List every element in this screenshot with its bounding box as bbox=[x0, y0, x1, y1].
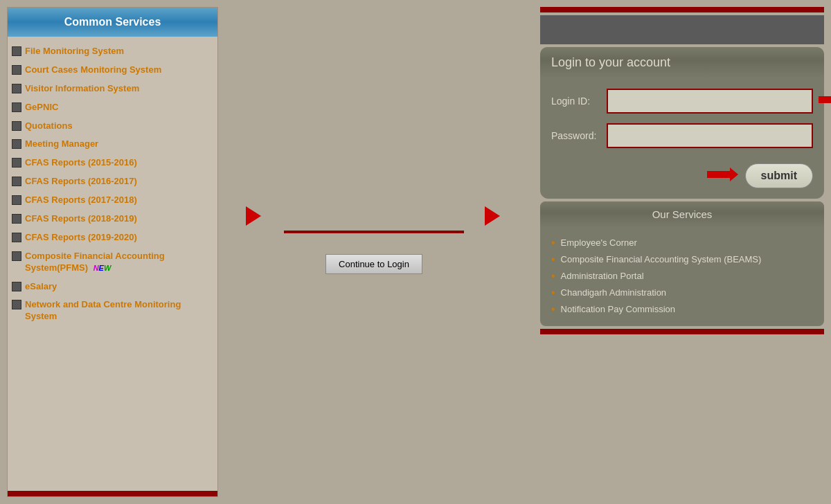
file-monitoring-icon bbox=[12, 46, 21, 56]
network-data-icon bbox=[12, 300, 21, 309]
gepnic-icon bbox=[12, 102, 21, 112]
sidebar-item-network-data[interactable]: Network and Data Centre Monitoring Syste… bbox=[8, 296, 217, 326]
composite-financial-icon bbox=[12, 251, 21, 261]
right-bottom-bar bbox=[540, 329, 824, 334]
service-item-chandigarh-admin[interactable]: • Chandigarh Administration bbox=[551, 285, 813, 301]
bullet-icon: • bbox=[551, 287, 555, 298]
services-title-bar: Our Services bbox=[540, 201, 824, 228]
services-title: Our Services bbox=[652, 208, 713, 220]
sidebar-item-esalary[interactable]: eSalary bbox=[8, 278, 217, 296]
center-divider bbox=[284, 231, 464, 233]
sidebar-item-cfas-2016[interactable]: CFAS Reports (2016-2017) bbox=[8, 172, 217, 191]
service-item-notification-pay[interactable]: • Notification Pay Commission bbox=[551, 301, 813, 318]
sidebar-item-file-monitoring[interactable]: File Monitoring System bbox=[8, 42, 217, 61]
quotations-icon bbox=[12, 121, 21, 131]
login-title: Login to your account bbox=[551, 55, 670, 69]
services-list: • Employee's Corner • Composite Financia… bbox=[540, 235, 824, 318]
service-item-admin-portal[interactable]: • Administration Portal bbox=[551, 268, 813, 285]
bullet-icon: • bbox=[551, 237, 555, 249]
service-item-employees-corner[interactable]: • Employee's Corner bbox=[551, 235, 813, 251]
esalary-icon bbox=[12, 282, 21, 291]
services-section: Our Services • Employee's Corner • Compo… bbox=[540, 201, 824, 326]
cfas-2019-icon bbox=[12, 233, 21, 242]
center-area: Continue to Login bbox=[229, 7, 519, 497]
sidebar-item-cfas-2015[interactable]: CFAS Reports (2015-2016) bbox=[8, 154, 217, 172]
meeting-manager-icon bbox=[12, 139, 21, 149]
sidebar-item-cfas-2019[interactable]: CFAS Reports (2019-2020) bbox=[8, 228, 217, 247]
password-label: Password: bbox=[551, 130, 607, 141]
arrow-icon-1 bbox=[246, 206, 261, 226]
sidebar-item-court-cases[interactable]: Court Cases Monitoring System bbox=[8, 61, 217, 80]
bullet-icon: • bbox=[551, 271, 555, 282]
sidebar-item-quotations[interactable]: Quotations bbox=[8, 117, 217, 136]
cfas-2016-icon bbox=[12, 177, 21, 186]
password-input[interactable] bbox=[607, 123, 813, 148]
arrow-icon-2 bbox=[485, 206, 500, 226]
sidebar-item-composite-financial[interactable]: Composite Financial Accounting System(PF… bbox=[8, 247, 217, 278]
submit-button[interactable]: submit bbox=[745, 163, 813, 188]
sidebar-item-gepnic[interactable]: GePNIC bbox=[8, 98, 217, 117]
arrow-submit bbox=[707, 168, 738, 184]
right-top-bar bbox=[540, 7, 824, 12]
arrow-login-id bbox=[819, 93, 831, 109]
arrow-right-1 bbox=[246, 206, 261, 228]
svg-marker-0 bbox=[819, 93, 831, 107]
password-row: Password: bbox=[551, 123, 813, 148]
bullet-icon: • bbox=[551, 254, 555, 265]
arrow-right-2 bbox=[485, 206, 500, 228]
cfas-2018-icon bbox=[12, 214, 21, 224]
sidebar-bottom-bar bbox=[8, 491, 217, 496]
right-header-dark bbox=[540, 15, 824, 44]
court-cases-icon bbox=[12, 65, 21, 75]
login-form: Login ID: Password: bbox=[540, 89, 824, 148]
login-id-row: Login ID: bbox=[551, 89, 813, 114]
sidebar: Common Services File Monitoring System C… bbox=[7, 7, 218, 497]
bullet-icon: • bbox=[551, 304, 555, 315]
service-item-beams[interactable]: • Composite Financial Accounting System … bbox=[551, 251, 813, 268]
cfas-2017-icon bbox=[12, 195, 21, 205]
visitor-info-icon bbox=[12, 84, 21, 93]
sidebar-header: Common Services bbox=[8, 8, 217, 37]
sidebar-item-cfas-2018[interactable]: CFAS Reports (2018-2019) bbox=[8, 210, 217, 228]
right-panel: Login to your account Login ID: Password… bbox=[540, 7, 824, 497]
continue-to-login-button[interactable]: Continue to Login bbox=[325, 254, 422, 274]
login-section: Login to your account Login ID: Password… bbox=[540, 47, 824, 199]
new-badge: NEW bbox=[93, 263, 111, 273]
login-title-bar: Login to your account bbox=[540, 47, 824, 78]
cfas-2015-icon bbox=[12, 158, 21, 168]
form-actions: submit bbox=[540, 158, 824, 188]
login-id-label: Login ID: bbox=[551, 96, 607, 107]
sidebar-items: File Monitoring System Court Cases Monit… bbox=[8, 37, 217, 332]
sidebar-item-meeting-manager[interactable]: Meeting Manager bbox=[8, 135, 217, 154]
sidebar-item-cfas-2017[interactable]: CFAS Reports (2017-2018) bbox=[8, 191, 217, 210]
login-id-input[interactable] bbox=[607, 89, 813, 114]
svg-marker-1 bbox=[707, 168, 738, 181]
sidebar-item-visitor-info[interactable]: Visitor Information System bbox=[8, 80, 217, 98]
